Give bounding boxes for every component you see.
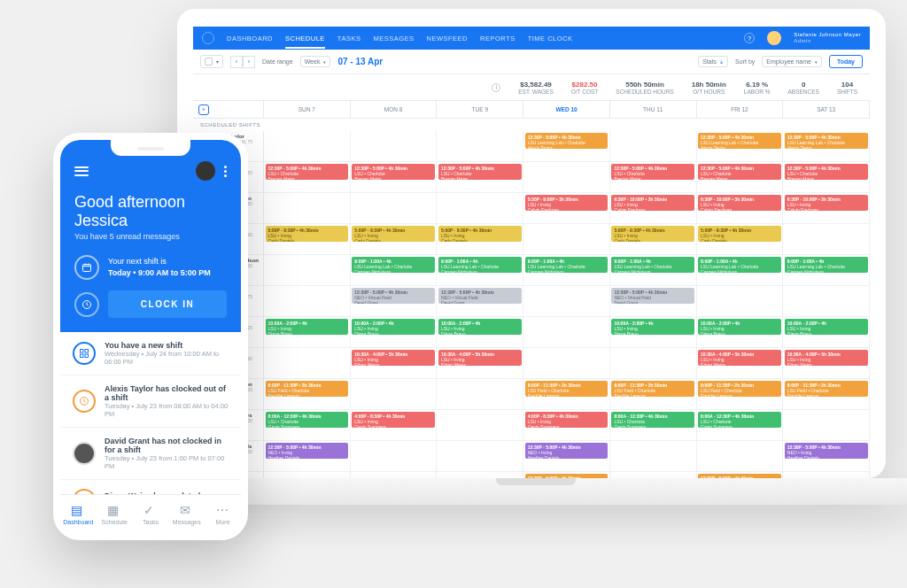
day-header[interactable]: THU 11 bbox=[610, 101, 697, 118]
day-header[interactable]: TUE 9 bbox=[437, 101, 523, 118]
schedule-cell[interactable] bbox=[523, 317, 610, 347]
range-select[interactable]: Week▾ bbox=[300, 56, 331, 67]
menu-icon[interactable] bbox=[74, 166, 89, 176]
shift-block[interactable]: 10:00A - 2:00P • 4hLSU • IrvingDiana Bra… bbox=[352, 319, 435, 335]
schedule-cell[interactable]: 12:30P - 5:00P • 4h 30minLSU • Charlotte… bbox=[264, 162, 351, 192]
today-button[interactable]: Today bbox=[829, 55, 863, 68]
shift-block[interactable]: 6:30P - 10:00P • 3h 30minLSU • IrvingCal… bbox=[785, 195, 868, 211]
schedule-cell[interactable] bbox=[264, 286, 351, 316]
schedule-cell[interactable] bbox=[610, 441, 697, 471]
schedule-cell[interactable]: 12:30P - 5:00P • 4h 30minNEO • IrvingHea… bbox=[523, 441, 610, 471]
schedule-cell[interactable] bbox=[264, 348, 351, 378]
schedule-cell[interactable] bbox=[610, 131, 697, 161]
next-shift-card[interactable]: Your next shift is Today • 9:00 AM to 5:… bbox=[74, 255, 227, 280]
schedule-cell[interactable]: 12:30P - 5:00P • 4h 30minNEO • IrvingHea… bbox=[783, 441, 870, 471]
nav-tasks[interactable]: TASKS bbox=[337, 35, 361, 43]
schedule-cell[interactable]: 10:00A - 2:00P • 4hLSU • IrvingDiana Bra… bbox=[610, 317, 697, 347]
schedule-cell[interactable]: 6:30P - 10:00P • 3h 30minLSU • IrvingCal… bbox=[697, 193, 784, 223]
schedule-cell[interactable]: 12:30P - 5:00P • 4h 30minLSU Learning La… bbox=[523, 472, 610, 478]
shift-block[interactable]: 12:30P - 5:00P • 4h 30minLSU • Charlotte… bbox=[698, 164, 781, 180]
schedule-cell[interactable] bbox=[437, 379, 523, 409]
tab-messages[interactable]: ✉Messages bbox=[168, 495, 205, 533]
schedule-cell[interactable]: 5:00P - 9:30P • 4h 30minLSU • IrvingCarl… bbox=[264, 224, 351, 254]
shift-block[interactable]: 9:00P - 1:00A • 4hLSU Learning Lab • Cha… bbox=[698, 257, 781, 273]
schedule-cell[interactable] bbox=[783, 224, 870, 254]
schedule-cell[interactable]: 10:00A - 2:00P • 4hLSU • IrvingDiana Bra… bbox=[351, 317, 438, 347]
schedule-cell[interactable] bbox=[437, 193, 523, 223]
sort-select[interactable]: Employee name▾ bbox=[762, 56, 822, 67]
add-employee-button[interactable]: + bbox=[198, 104, 209, 115]
shift-block[interactable]: 10:30A - 4:00P • 5h 30minLSU • IrvingEth… bbox=[698, 350, 781, 366]
schedule-cell[interactable]: 12:30P - 5:00P • 4h 30minLSU • Charlotte… bbox=[783, 162, 870, 192]
schedule-cell[interactable]: 12:30P - 5:00P • 4h 30minLSU Learning La… bbox=[697, 131, 784, 161]
schedule-cell[interactable]: 9:00P - 1:00A • 4hLSU Learning Lab • Cha… bbox=[437, 255, 523, 285]
schedule-cell[interactable] bbox=[264, 193, 351, 223]
shift-block[interactable]: 6:30P - 10:00P • 3h 30minLSU • IrvingCal… bbox=[611, 195, 694, 211]
schedule-cell[interactable] bbox=[351, 193, 438, 223]
feed-item[interactable]: Alexis Taylor has clocked out of a shift… bbox=[60, 375, 241, 428]
schedule-cell[interactable] bbox=[437, 410, 523, 440]
schedule-cell[interactable] bbox=[523, 162, 610, 192]
schedule-cell[interactable]: 10:30A - 4:00P • 5h 30minLSU • IrvingEth… bbox=[351, 348, 438, 378]
feed-item[interactable]: You have a new shiftWednesday • July 24 … bbox=[60, 332, 241, 375]
tab-schedule[interactable]: ▦Schedule bbox=[97, 495, 133, 533]
schedule-cell[interactable]: 12:30P - 5:00P • 4h 30minLSU Learning La… bbox=[523, 131, 610, 161]
shift-block[interactable]: 5:30P - 9:00P • 3h 30minLSU • IrvingCalv… bbox=[525, 195, 609, 211]
schedule-cell[interactable]: 6:30P - 10:00P • 3h 30minLSU • IrvingCal… bbox=[783, 193, 870, 223]
shift-block[interactable]: 10:00A - 2:00P • 4hLSU • IrvingDiana Bra… bbox=[266, 319, 349, 335]
shift-block[interactable]: 8:00A - 12:30P • 4h 30minLSU • Charlotte… bbox=[698, 412, 781, 428]
schedule-cell[interactable] bbox=[697, 286, 784, 316]
shift-block[interactable]: 6:30P - 10:00P • 3h 30minLSU • IrvingCal… bbox=[698, 195, 781, 211]
shift-block[interactable]: 10:00A - 2:00P • 4hLSU • IrvingDiana Bra… bbox=[438, 319, 522, 335]
select-all-checkbox[interactable]: ▾ bbox=[200, 55, 223, 68]
schedule-cell[interactable]: 5:00P - 9:30P • 4h 30minLSU • IrvingCarl… bbox=[610, 224, 697, 254]
shift-block[interactable]: 12:30P - 5:00P • 4h 30minLSU • Charlotte… bbox=[611, 164, 694, 180]
shift-block[interactable]: 4:00P - 8:30P • 4h 30minLSU • IrvingGavi… bbox=[525, 412, 609, 428]
schedule-cell[interactable]: 9:00P - 11:30P • 2h 30minLSU Field • Cha… bbox=[264, 379, 351, 409]
schedule-cell[interactable]: 9:00P - 11:30P • 2h 30minLSU Field • Cha… bbox=[610, 379, 697, 409]
schedule-cell[interactable]: 4:00P - 8:30P • 4h 30minLSU • IrvingGavi… bbox=[523, 410, 610, 440]
shift-block[interactable]: 10:00A - 2:00P • 4hLSU • IrvingDiana Bra… bbox=[698, 319, 781, 335]
user-avatar[interactable] bbox=[767, 31, 781, 45]
day-header[interactable]: FRI 12 bbox=[697, 101, 784, 118]
help-icon[interactable]: ? bbox=[744, 33, 755, 43]
schedule-cell[interactable]: 12:30P - 5:00P • 4h 30minNEO • IrvingHea… bbox=[264, 441, 351, 471]
schedule-cell[interactable] bbox=[783, 286, 870, 316]
schedule-cell[interactable]: 6:30P - 10:00P • 3h 30minLSU • IrvingCal… bbox=[610, 193, 697, 223]
shift-block[interactable]: 12:30P - 5:00P • 4h 30minLSU • Charlotte… bbox=[785, 164, 868, 180]
schedule-cell[interactable]: 8:00A - 12:30P • 4h 30minLSU • Charlotte… bbox=[697, 410, 784, 440]
nav-reports[interactable]: REPORTS bbox=[480, 35, 516, 43]
shift-block[interactable]: 9:00P - 1:00A • 4hLSU Learning Lab • Cha… bbox=[352, 257, 435, 273]
clock-in-button[interactable]: CLOCK IN bbox=[108, 290, 227, 318]
shift-block[interactable]: 12:30P - 5:00P • 4h 30minLSU • Charlotte… bbox=[352, 164, 435, 180]
day-header[interactable]: WED 10 bbox=[523, 101, 610, 118]
nav-schedule[interactable]: SCHEDULE bbox=[285, 35, 325, 49]
schedule-cell[interactable]: 9:00P - 1:00A • 4hLSU Learning Lab • Cha… bbox=[610, 255, 697, 285]
schedule-cell[interactable] bbox=[783, 410, 870, 440]
schedule-cell[interactable]: 9:00P - 11:30P • 2h 30minLSU Field • Cha… bbox=[697, 379, 784, 409]
next-range-button[interactable]: › bbox=[243, 56, 255, 68]
schedule-cell[interactable] bbox=[610, 348, 697, 378]
schedule-cell[interactable] bbox=[523, 348, 610, 378]
schedule-cell[interactable]: 5:00P - 9:30P • 4h 30minLSU • IrvingCarl… bbox=[351, 224, 438, 254]
schedule-cell[interactable]: 12:30P - 5:00P • 4h 30minLSU • Charlotte… bbox=[437, 162, 523, 192]
schedule-cell[interactable]: 12:30P - 5:00P • 4h 30minLSU • Charlotte… bbox=[697, 162, 784, 192]
schedule-cell[interactable]: 10:00A - 2:00P • 4hLSU • IrvingDiana Bra… bbox=[264, 317, 351, 347]
schedule-cell[interactable] bbox=[437, 441, 523, 471]
schedule-cell[interactable] bbox=[351, 131, 438, 161]
schedule-cell[interactable]: 12:30P - 5:00P • 4h 30minLSU • Charlotte… bbox=[351, 162, 438, 192]
shift-block[interactable]: 5:00P - 9:30P • 4h 30minLSU • IrvingCarl… bbox=[611, 226, 694, 242]
shift-block[interactable]: 12:30P - 5:00P • 4h 30minNEO • Virtual F… bbox=[611, 288, 694, 304]
shift-block[interactable]: 12:30P - 5:00P • 4h 30minNEO • IrvingHea… bbox=[525, 443, 609, 459]
shift-block[interactable]: 10:30A - 4:00P • 5h 30minLSU • IrvingEth… bbox=[785, 350, 868, 366]
feed-item[interactable]: Diana Weiss has updated a timesheet bbox=[60, 480, 241, 494]
shift-block[interactable]: 9:00P - 1:00A • 4hLSU Learning Lab • Cha… bbox=[525, 257, 609, 273]
shift-block[interactable]: 12:30P - 5:00P • 4h 30minLSU Learning La… bbox=[525, 133, 609, 149]
schedule-cell[interactable]: 10:00A - 2:00P • 4hLSU • IrvingDiana Bra… bbox=[437, 317, 523, 347]
shift-block[interactable]: 5:00P - 9:30P • 4h 30minLSU • IrvingCarl… bbox=[438, 226, 522, 242]
shift-block[interactable]: 9:00P - 1:00A • 4hLSU Learning Lab • Cha… bbox=[438, 257, 522, 273]
schedule-cell[interactable] bbox=[697, 441, 784, 471]
shift-block[interactable]: 12:30P - 5:00P • 4h 30minNEO • Virtual F… bbox=[438, 288, 522, 304]
shift-block[interactable]: 9:00P - 11:30P • 2h 30minLSU Field • Cha… bbox=[525, 381, 609, 397]
shift-block[interactable]: 4:00P - 8:30P • 4h 30minLSU • IrvingGavi… bbox=[352, 412, 435, 428]
